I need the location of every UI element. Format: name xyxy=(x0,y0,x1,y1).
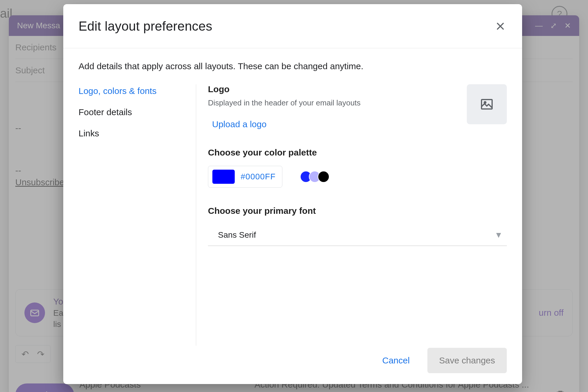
save-changes-button[interactable]: Save changes xyxy=(427,348,507,373)
preferences-side-nav: Logo, colors & fonts Footer details Link… xyxy=(79,84,196,346)
section-palette-title: Choose your color palette xyxy=(208,148,507,158)
palette-dot-3 xyxy=(318,171,329,183)
palette-preview-dots xyxy=(300,171,329,183)
section-logo-subtitle: Displayed in the header of your email la… xyxy=(208,98,461,107)
image-icon xyxy=(480,97,494,111)
nav-item-logo-colors-fonts[interactable]: Logo, colors & fonts xyxy=(79,86,196,96)
upload-logo-button[interactable]: Upload a logo xyxy=(212,119,266,129)
dialog-title: Edit layout preferences xyxy=(79,19,212,34)
color-hex-input[interactable]: #0000FF xyxy=(208,166,282,188)
primary-font-value: Sans Serif xyxy=(218,230,256,240)
cancel-button[interactable]: Cancel xyxy=(374,350,417,371)
primary-font-select[interactable]: Sans Serif ▼ xyxy=(208,224,507,246)
nav-item-links[interactable]: Links xyxy=(79,128,196,138)
section-font-title: Choose your primary font xyxy=(208,206,507,216)
color-hex-value: #0000FF xyxy=(241,172,276,181)
color-swatch xyxy=(212,170,235,184)
edit-layout-preferences-dialog: Edit layout preferences Add details that… xyxy=(63,4,522,384)
chevron-down-icon: ▼ xyxy=(494,230,503,240)
dialog-intro-text: Add details that apply across all layout… xyxy=(79,61,507,71)
section-logo-title: Logo xyxy=(208,84,461,94)
logo-preview-placeholder[interactable] xyxy=(467,84,507,124)
close-dialog-button[interactable] xyxy=(494,20,507,33)
nav-item-footer-details[interactable]: Footer details xyxy=(79,107,196,117)
svg-point-2 xyxy=(484,102,486,103)
close-icon xyxy=(495,21,505,31)
preferences-content: Logo Displayed in the header of your ema… xyxy=(196,84,507,346)
dialog-footer: Cancel Save changes xyxy=(63,346,522,384)
